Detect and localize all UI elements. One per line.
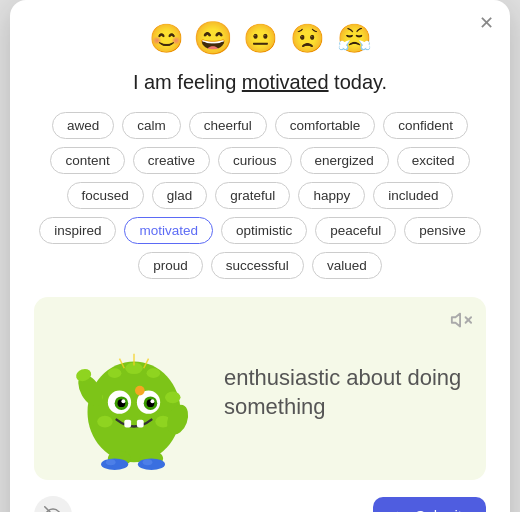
tag-grateful[interactable]: grateful: [215, 182, 290, 209]
footer: ▶ Submit: [34, 496, 486, 512]
tag-awed[interactable]: awed: [52, 112, 114, 139]
svg-point-9: [97, 416, 113, 428]
tag-motivated[interactable]: motivated: [124, 217, 213, 244]
submit-label: Submit: [415, 507, 462, 513]
emoji-row: 😊😄😐😟😤: [34, 20, 486, 57]
svg-point-18: [150, 399, 154, 403]
svg-point-3: [88, 362, 181, 463]
tag-glad[interactable]: glad: [152, 182, 208, 209]
tag-calm[interactable]: calm: [122, 112, 181, 139]
tag-optimistic[interactable]: optimistic: [221, 217, 307, 244]
tag-energized[interactable]: energized: [300, 147, 389, 174]
tag-peaceful[interactable]: peaceful: [315, 217, 396, 244]
svg-point-33: [143, 459, 153, 465]
tag-included[interactable]: included: [373, 182, 453, 209]
heading-prefix: I am feeling: [133, 71, 242, 93]
tag-excited[interactable]: excited: [397, 147, 470, 174]
svg-marker-0: [452, 314, 460, 327]
mute-icon[interactable]: [450, 309, 472, 336]
close-button[interactable]: ✕: [479, 14, 494, 32]
svg-rect-19: [124, 420, 131, 428]
emoji-neutral[interactable]: 😐: [241, 20, 280, 57]
tag-inspired[interactable]: inspired: [39, 217, 116, 244]
heading-suffix: today.: [329, 71, 388, 93]
illustration-description: enthusiastic about doing something: [214, 364, 462, 421]
tag-proud[interactable]: proud: [138, 252, 203, 279]
feeling-modal: ✕ 😊😄😐😟😤 I am feeling motivated today. aw…: [10, 0, 510, 512]
svg-point-5: [165, 392, 181, 404]
emoji-angry[interactable]: 😤: [335, 20, 374, 57]
svg-rect-20: [137, 420, 144, 428]
heading-highlight: motivated: [242, 71, 329, 93]
eye-button[interactable]: [34, 496, 72, 512]
emoji-motivated[interactable]: 😄: [191, 17, 236, 60]
submit-button[interactable]: ▶ Submit: [373, 497, 486, 513]
tag-happy[interactable]: happy: [298, 182, 365, 209]
svg-point-21: [135, 386, 145, 396]
play-icon: ▶: [397, 508, 407, 513]
svg-point-32: [106, 459, 116, 465]
svg-point-17: [121, 399, 125, 403]
illustration-area: enthusiastic about doing something: [34, 297, 486, 480]
tag-pensive[interactable]: pensive: [404, 217, 481, 244]
tag-focused[interactable]: focused: [67, 182, 144, 209]
tag-successful[interactable]: successful: [211, 252, 304, 279]
heading: I am feeling motivated today.: [34, 71, 486, 94]
emoji-happy[interactable]: 😊: [147, 20, 186, 57]
tag-curious[interactable]: curious: [218, 147, 292, 174]
tag-creative[interactable]: creative: [133, 147, 210, 174]
svg-point-7: [147, 368, 161, 378]
emoji-worried[interactable]: 😟: [288, 20, 327, 57]
tag-cheerful[interactable]: cheerful: [189, 112, 267, 139]
tag-confident[interactable]: confident: [383, 112, 468, 139]
tag-valued[interactable]: valued: [312, 252, 382, 279]
tags-container: awedcalmcheerfulcomfortableconfidentcont…: [34, 112, 486, 279]
svg-point-30: [101, 458, 128, 470]
monster-illustration: [54, 315, 214, 470]
tag-content[interactable]: content: [50, 147, 124, 174]
svg-point-31: [138, 458, 165, 470]
svg-point-6: [108, 368, 122, 378]
tag-comfortable[interactable]: comfortable: [275, 112, 376, 139]
